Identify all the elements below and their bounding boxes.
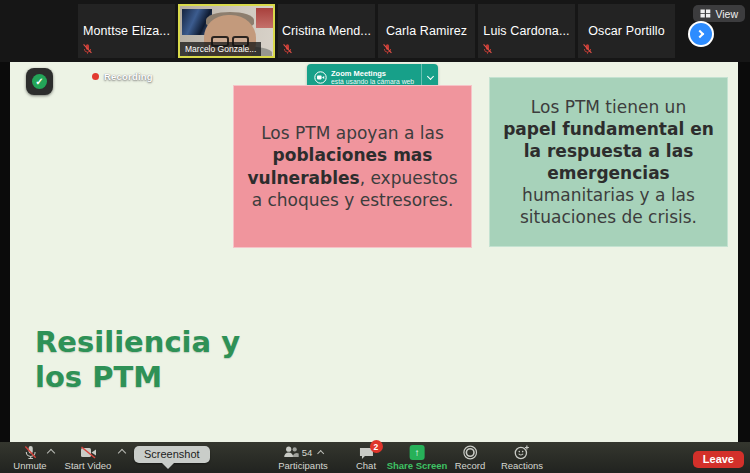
muted-mic-icon	[582, 43, 593, 55]
unmute-button[interactable]: Unmute	[8, 445, 52, 471]
slide-textbox-pink: Los PTM apoyan a las poblaciones mas vul…	[233, 85, 472, 248]
chat-label: Chat	[356, 460, 376, 471]
chevron-right-icon	[690, 23, 712, 45]
participant-name: Oscar Portillo	[588, 24, 664, 38]
record-icon	[463, 445, 478, 460]
muted-mic-icon	[23, 445, 38, 459]
participant-tile-active-speaker[interactable]: Marcelo Gonzale...	[178, 4, 275, 58]
participant-tiles: Monttse Eliza... Marcelo Gonzale...	[78, 4, 675, 58]
participant-tile[interactable]: Luis Cardona...	[478, 4, 575, 58]
share-screen-icon: ↑	[409, 445, 424, 460]
participants-button[interactable]: 54 Participants	[278, 445, 328, 471]
video-off-icon	[80, 445, 97, 459]
zoom-meeting-window: Monttse Eliza... Marcelo Gonzale...	[0, 0, 750, 473]
participant-name: Monttse Eliza...	[83, 24, 170, 38]
reactions-button[interactable]: Reactions	[501, 445, 543, 471]
participants-count: 54	[302, 447, 313, 458]
next-participants-page-button[interactable]	[688, 21, 714, 47]
green-box-text: Los PTM tienen un papel fundamental en l…	[502, 96, 715, 229]
muted-mic-icon	[482, 43, 493, 55]
slide-textbox-green: Los PTM tienen un papel fundamental en l…	[489, 77, 728, 247]
chat-unread-badge: 2	[369, 440, 382, 453]
chat-button[interactable]: 2 Chat	[356, 445, 376, 471]
reactions-icon	[514, 445, 530, 460]
recording-indicator: Recording	[92, 71, 153, 82]
slide-title: Resiliencia y los PTM	[35, 325, 270, 395]
notification-title: Zoom Meetings	[331, 69, 421, 78]
security-shield-chip[interactable]: ✓	[26, 68, 53, 95]
view-button[interactable]: View	[693, 5, 745, 22]
participant-name: Cristina Mend...	[282, 24, 371, 38]
participants-label: Participants	[278, 460, 328, 471]
reactions-label: Reactions	[501, 460, 543, 471]
muted-mic-icon	[282, 43, 293, 55]
participants-icon	[283, 446, 299, 458]
muted-mic-icon	[82, 43, 93, 55]
participant-name: Marcelo Gonzale...	[180, 42, 261, 56]
shield-check-icon: ✓	[32, 74, 47, 89]
recording-dot-icon	[92, 73, 99, 80]
participant-tile[interactable]: Monttse Eliza...	[78, 4, 175, 58]
view-button-label: View	[715, 8, 738, 20]
recording-label: Recording	[104, 71, 153, 82]
share-screen-button[interactable]: ↑ Share Screen	[387, 445, 448, 471]
grid-view-icon	[700, 9, 711, 18]
muted-mic-icon	[382, 43, 393, 55]
participant-name: Luis Cardona...	[483, 24, 569, 38]
participant-tile[interactable]: Carla Ramirez	[378, 4, 475, 58]
participants-strip: Monttse Eliza... Marcelo Gonzale...	[0, 0, 750, 62]
screenshot-tooltip: Screenshot	[134, 446, 210, 463]
participant-tile[interactable]: Cristina Mend...	[278, 4, 375, 58]
start-video-button[interactable]: Start Video	[62, 445, 114, 471]
shared-screen-slide: ✓ Recording Zoom Meetings está usando la…	[10, 62, 738, 442]
record-button[interactable]: Record	[455, 445, 486, 471]
record-label: Record	[455, 460, 486, 471]
participant-name: Carla Ramirez	[386, 24, 467, 38]
meeting-toolbar: Unmute Start Video Screenshot	[0, 442, 750, 473]
participant-tile[interactable]: Oscar Portillo	[578, 4, 675, 58]
video-options-chevron[interactable]	[118, 449, 126, 457]
participants-chevron[interactable]	[317, 449, 324, 456]
share-screen-label: Share Screen	[387, 460, 448, 471]
start-video-label: Start Video	[65, 460, 112, 471]
wall-art	[256, 8, 273, 28]
leave-button[interactable]: Leave	[693, 451, 744, 468]
unmute-label: Unmute	[13, 460, 46, 471]
pink-box-text: Los PTM apoyan a las poblaciones mas vul…	[246, 122, 459, 210]
chevron-down-icon	[426, 73, 433, 80]
